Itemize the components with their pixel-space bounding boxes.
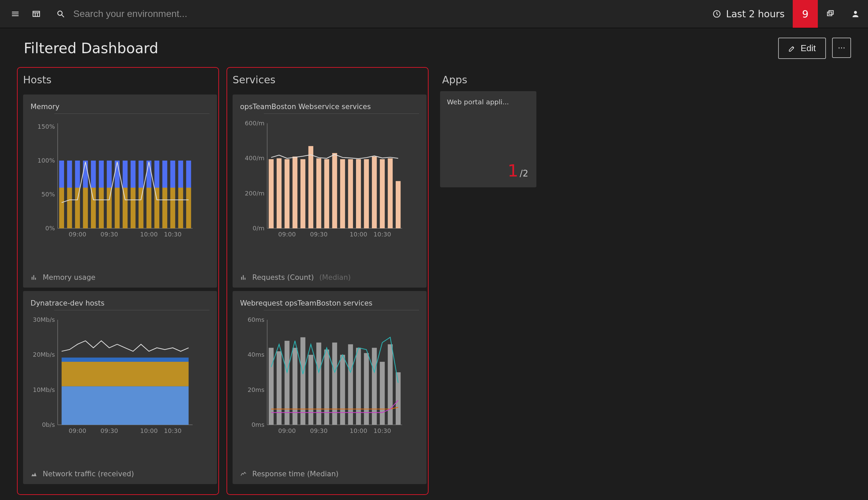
- svg-rect-35: [154, 188, 159, 228]
- svg-rect-79: [380, 159, 385, 228]
- svg-rect-73: [332, 153, 337, 228]
- svg-text:150%: 150%: [38, 123, 55, 130]
- svg-rect-20: [91, 161, 96, 188]
- search-icon[interactable]: [56, 10, 65, 18]
- svg-text:10:00: 10:00: [140, 427, 158, 434]
- svg-point-4: [854, 11, 857, 14]
- svg-rect-72: [324, 159, 329, 228]
- svg-rect-23: [107, 188, 112, 228]
- search-input[interactable]: [73, 8, 277, 20]
- svg-rect-40: [170, 161, 175, 188]
- tile-response[interactable]: Webrequest opsTeamBoston services 0ms20m…: [233, 291, 426, 484]
- app-total-count: /2: [520, 168, 528, 179]
- legend-network: Network traffic (received): [31, 470, 134, 478]
- svg-text:10:00: 10:00: [349, 427, 367, 434]
- svg-rect-39: [170, 188, 175, 228]
- tile-network-title: Dynatrace-dev hosts: [31, 299, 210, 310]
- svg-rect-92: [268, 348, 274, 425]
- svg-text:10Mb/s: 10Mb/s: [33, 386, 55, 393]
- tile-app-title: Web portal appli...: [447, 98, 530, 106]
- hamburger-menu-icon[interactable]: [6, 0, 24, 28]
- svg-rect-106: [380, 362, 385, 425]
- page-title: Filtered Dashboard: [24, 40, 158, 57]
- svg-rect-11: [59, 188, 64, 228]
- legend-requests: Requests (Count)(Median): [240, 273, 350, 282]
- svg-rect-26: [115, 161, 120, 188]
- svg-rect-96: [300, 338, 305, 425]
- section-hosts: Hosts Memory 0%50%100%150%09:0009:3010:0…: [17, 67, 219, 495]
- svg-text:09:30: 09:30: [100, 231, 118, 238]
- user-icon[interactable]: [843, 0, 868, 28]
- svg-text:09:00: 09:00: [69, 231, 87, 238]
- svg-rect-95: [293, 348, 298, 425]
- svg-rect-21: [99, 188, 104, 228]
- svg-rect-37: [163, 188, 167, 228]
- section-services: Services opsTeamBoston Webservice servic…: [226, 67, 429, 495]
- svg-rect-18: [83, 161, 88, 188]
- svg-rect-41: [178, 188, 183, 228]
- svg-rect-77: [364, 159, 369, 228]
- tile-requests[interactable]: opsTeamBoston Webservice services 0/m200…: [233, 94, 426, 287]
- top-bar: Last 2 hours 9: [0, 0, 868, 28]
- svg-text:0/m: 0/m: [253, 225, 265, 232]
- tile-app[interactable]: Web portal appli... 1 /2: [440, 91, 536, 188]
- svg-rect-105: [372, 348, 377, 425]
- tile-response-title: Webrequest opsTeamBoston services: [240, 299, 419, 310]
- svg-rect-65: [268, 159, 274, 228]
- svg-rect-12: [59, 161, 64, 188]
- svg-text:50%: 50%: [41, 191, 55, 198]
- svg-text:10:30: 10:30: [164, 231, 182, 238]
- section-apps: Apps Web portal appli... 1 /2: [436, 67, 541, 495]
- svg-text:09:00: 09:00: [278, 427, 296, 434]
- svg-text:09:30: 09:30: [310, 231, 327, 238]
- more-button[interactable]: ⋯: [832, 37, 851, 58]
- svg-text:200/m: 200/m: [245, 190, 265, 197]
- svg-rect-107: [388, 344, 393, 425]
- svg-rect-69: [300, 159, 305, 228]
- svg-text:0b/s: 0b/s: [42, 421, 55, 428]
- tile-network[interactable]: Dynatrace-dev hosts 0b/s10Mb/s20Mb/s30Mb…: [23, 291, 217, 484]
- svg-text:10:30: 10:30: [374, 427, 391, 434]
- legend-memory: Memory usage: [31, 273, 95, 282]
- svg-rect-22: [99, 161, 104, 188]
- svg-text:400/m: 400/m: [245, 155, 265, 162]
- svg-text:60ms: 60ms: [247, 316, 265, 323]
- share-icon[interactable]: [818, 0, 843, 28]
- svg-point-0: [58, 11, 62, 15]
- legend-response: Response time (Median): [240, 470, 338, 478]
- svg-text:09:30: 09:30: [100, 427, 118, 434]
- edit-button[interactable]: Edit: [778, 37, 826, 59]
- svg-rect-13: [67, 188, 72, 228]
- section-services-title: Services: [231, 71, 424, 91]
- timeframe-selector[interactable]: Last 2 hours: [704, 0, 793, 28]
- svg-rect-68: [293, 157, 298, 228]
- svg-rect-25: [115, 188, 120, 228]
- section-hosts-title: Hosts: [21, 71, 215, 91]
- svg-rect-70: [309, 146, 314, 228]
- svg-text:09:30: 09:30: [310, 427, 327, 434]
- timeframe-label: Last 2 hours: [726, 9, 784, 20]
- svg-rect-29: [131, 188, 136, 228]
- svg-rect-104: [364, 353, 369, 425]
- svg-rect-66: [277, 158, 282, 228]
- svg-text:20ms: 20ms: [247, 386, 265, 393]
- chart-response: 0ms20ms40ms60ms09:0009:3010:0010:30: [240, 316, 404, 438]
- svg-rect-31: [139, 188, 144, 228]
- tile-memory[interactable]: Memory 0%50%100%150%09:0009:3010:0010:30…: [23, 94, 217, 287]
- svg-rect-38: [163, 161, 167, 188]
- svg-rect-15: [75, 188, 80, 228]
- svg-text:09:00: 09:00: [69, 427, 87, 434]
- svg-text:10:00: 10:00: [349, 231, 367, 238]
- chart-network: 0b/s10Mb/s20Mb/s30Mb/s09:0009:3010:0010:…: [31, 316, 194, 438]
- svg-rect-42: [178, 161, 183, 188]
- svg-text:100%: 100%: [38, 157, 55, 164]
- svg-rect-81: [396, 181, 401, 229]
- tile-memory-title: Memory: [31, 103, 210, 113]
- svg-rect-17: [83, 188, 88, 228]
- svg-text:30Mb/s: 30Mb/s: [33, 316, 55, 323]
- dashboard-icon[interactable]: [27, 0, 45, 28]
- svg-rect-78: [372, 157, 377, 228]
- svg-rect-19: [91, 188, 96, 228]
- problems-badge[interactable]: 9: [793, 0, 818, 28]
- svg-rect-67: [285, 159, 290, 228]
